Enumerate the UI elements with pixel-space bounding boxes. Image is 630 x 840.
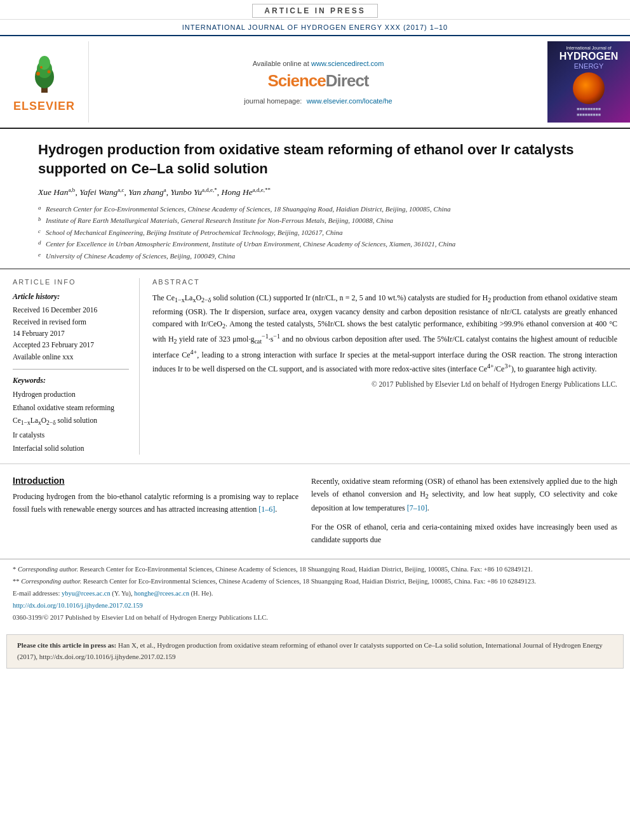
article-info-col: ARTICLE INFO Article history: Received 1… — [0, 278, 140, 455]
keywords-label: Keywords: — [13, 376, 129, 385]
citation-box: Please cite this article in press as: Ha… — [6, 634, 624, 668]
cite-7-10[interactable]: [7–10] — [407, 503, 427, 512]
elsevier-text: ELSEVIER — [13, 100, 75, 113]
abstract-header: ABSTRACT — [152, 278, 617, 286]
introduction-section: Introduction Producing hydrogen from the… — [0, 464, 630, 552]
info-divider — [13, 369, 129, 370]
footnote-doi: http://dx.doi.org/10.1016/j.ijhydene.201… — [13, 601, 617, 611]
article-title-section: Hydrogen production from oxidative steam… — [0, 129, 630, 269]
introduction-right-text-1: Recently, oxidative steam reforming (OSR… — [311, 476, 617, 514]
email-ybyu[interactable]: ybyu@rcees.ac.cn — [62, 590, 111, 597]
history-revised-date: 14 February 2017 — [13, 328, 129, 339]
sciencedirect-url[interactable]: www.sciencedirect.com — [311, 60, 384, 67]
keyword-2: Ethanol oxidative steam reforming — [13, 401, 129, 415]
footnote-1: * Corresponding author. Research Center … — [13, 564, 617, 575]
sciencedirect-logo: ScienceDirect — [268, 71, 369, 91]
affiliation-c: c School of Mechanical Engineering, Beij… — [38, 227, 592, 238]
journal-cover-energy: ENERGY — [574, 62, 603, 70]
introduction-left-text: Producing hydrogen from the bio-ethanol … — [13, 491, 298, 516]
author-hong-he: Hong He — [222, 187, 253, 197]
elsevier-tree-icon — [22, 51, 67, 96]
cover-deco: ■■■■■■■■■ ■■■■■■■■■ — [577, 107, 601, 119]
doi-link[interactable]: http://dx.doi.org/10.1016/j.ijhydene.201… — [13, 602, 143, 609]
author-yafei-wang: Yafei Wang — [79, 187, 117, 197]
journal-center-header: Available online at www.sciencedirect.co… — [89, 41, 547, 123]
introduction-right-text-2: For the OSR of ethanol, ceria and ceria-… — [311, 521, 617, 547]
journal-name-bar: INTERNATIONAL JOURNAL OF HYDROGEN ENERGY… — [0, 20, 630, 36]
journal-name-text: INTERNATIONAL JOURNAL OF HYDROGEN ENERGY… — [182, 23, 448, 31]
affiliation-e: e University of Chinese Academy of Scien… — [38, 251, 592, 262]
elsevier-logo: ELSEVIER — [0, 41, 89, 123]
svg-point-4 — [36, 72, 40, 76]
journal-cover-intl-text: International Journal of — [566, 45, 611, 51]
article-history-label: Article history: — [13, 292, 129, 302]
article-in-press-banner: ARTICLE IN PRESS — [0, 0, 630, 20]
keyword-3: Ce1−xLaxO2−δ solid solution — [13, 414, 129, 429]
journal-homepage-line: journal homepage: www.elsevier.com/locat… — [244, 96, 392, 106]
authors-line: Xue Hana,b, Yafei Wanga,c, Yan zhanga, Y… — [38, 187, 592, 197]
hydrogen-journal-cover: International Journal of HYDROGEN ENERGY… — [547, 41, 630, 123]
history-revised-label: Received in revised form — [13, 316, 129, 328]
cite-1-6[interactable]: [1–6] — [258, 505, 275, 514]
author-yan-zhang: Yan zhang — [128, 187, 163, 197]
footnotes-section: * Corresponding author. Research Center … — [0, 559, 630, 629]
keyword-1: Hydrogen production — [13, 388, 129, 401]
footnote-issn: 0360-3199/© 2017 Published by Elsevier L… — [13, 613, 617, 623]
article-in-press-label: ARTICLE IN PRESS — [252, 4, 377, 18]
abstract-copyright: © 2017 Published by Elsevier Ltd on beha… — [152, 380, 617, 388]
affiliation-b: b Institute of Rare Earth Metallurgical … — [38, 215, 592, 226]
journal-homepage-url[interactable]: www.elsevier.com/locate/he — [307, 97, 392, 105]
introduction-heading: Introduction — [13, 476, 298, 486]
journal-cover-hydrogen: HYDROGEN — [560, 51, 618, 62]
keyword-4: Ir catalysts — [13, 429, 129, 442]
svg-point-6 — [40, 66, 43, 69]
affiliation-a: a Research Center for Eco-Environmental … — [38, 204, 592, 215]
footnote-email: E-mail addresses: ybyu@rcees.ac.cn (Y. Y… — [13, 589, 617, 599]
article-main-title: Hydrogen production from oxidative steam… — [38, 140, 592, 178]
affiliation-d: d Center for Excellence in Urban Atmosph… — [38, 239, 592, 250]
article-info-abstract-section: ARTICLE INFO Article history: Received 1… — [0, 269, 630, 464]
available-online-text: Available online at www.sciencedirect.co… — [253, 58, 384, 69]
svg-point-5 — [47, 70, 50, 73]
article-info-header: ARTICLE INFO — [13, 278, 129, 286]
history-online: Available online xxx — [13, 351, 129, 363]
journal-header: ELSEVIER Available online at www.science… — [0, 36, 630, 129]
abstract-col: ABSTRACT The Ce1−xLaxO2−δ solid solution… — [140, 278, 630, 455]
history-accepted: Accepted 23 February 2017 — [13, 339, 129, 350]
keyword-5: Interfacial solid solution — [13, 442, 129, 455]
introduction-left: Introduction Producing hydrogen from the… — [13, 476, 298, 546]
affiliations: a Research Center for Eco-Environmental … — [38, 204, 592, 262]
journal-cover-graphic — [573, 72, 605, 104]
author-yunbo-yu: Yunbo Yu — [170, 187, 202, 197]
history-received: Received 16 December 2016 — [13, 304, 129, 316]
abstract-text: The Ce1−xLaxO2−δ solid solution (CL) sup… — [152, 292, 617, 375]
footnote-2: ** Corresponding author. Research Center… — [13, 577, 617, 587]
author-xue-han: Xue Han — [38, 187, 69, 197]
introduction-right: Recently, oxidative steam reforming (OSR… — [311, 476, 617, 546]
email-honghe[interactable]: honghe@rcees.ac.cn — [134, 590, 189, 597]
